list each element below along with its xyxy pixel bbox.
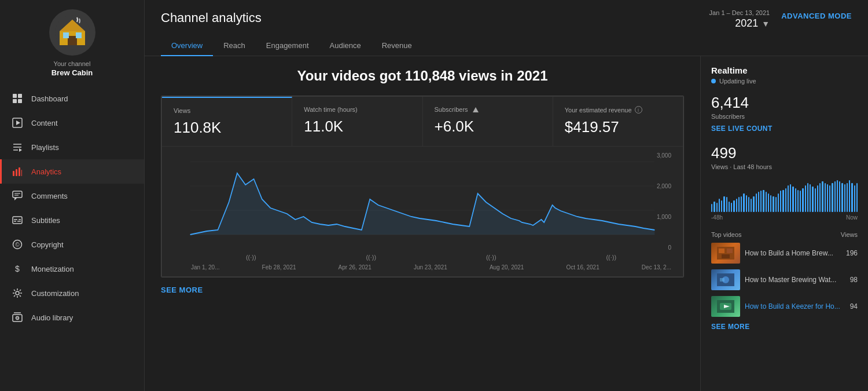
svg-rect-18 bbox=[19, 167, 20, 176]
content-area: Your videos got 110,848 views in 2021 Vi… bbox=[145, 56, 868, 391]
mini-bar-32 bbox=[790, 184, 791, 212]
mini-bar-51 bbox=[837, 180, 838, 212]
y-label-2000: 2,000 bbox=[657, 183, 671, 189]
subtitles-icon bbox=[12, 214, 23, 226]
y-label-1000: 1,000 bbox=[657, 214, 671, 220]
mini-bar-21 bbox=[763, 190, 764, 213]
top-video-item-2[interactable]: How to Master Brewing Wat... 98 bbox=[711, 269, 858, 290]
mini-bar-59 bbox=[856, 183, 858, 212]
realtime-see-more-button[interactable]: SEE MORE bbox=[711, 323, 858, 331]
metric-card-watchtime[interactable]: Watch time (hours) 11.0K bbox=[292, 97, 422, 146]
advanced-mode-button[interactable]: ADVANCED MODE bbox=[781, 12, 852, 20]
sidebar-item-analytics[interactable]: Analytics bbox=[0, 159, 144, 184]
mini-bar-42 bbox=[815, 188, 816, 212]
audio-library-icon bbox=[12, 312, 23, 323]
analytics-headline: Your videos got 110,848 views in 2021 bbox=[161, 68, 684, 84]
sidebar-item-subtitles[interactable]: Subtitles bbox=[0, 208, 144, 232]
svg-rect-52 bbox=[727, 249, 733, 253]
metric-label-watchtime: Watch time (hours) bbox=[304, 106, 410, 113]
chart-x-icons: ((·)) ((·)) ((·)) ((·)) bbox=[174, 254, 671, 261]
mini-bar-48 bbox=[829, 185, 830, 212]
x-label-5: Aug 20, 2021 bbox=[490, 264, 524, 271]
top-video-item-1[interactable]: How to Build a Home Brew... 196 bbox=[711, 243, 858, 264]
analytics-main: Your videos got 110,848 views in 2021 Vi… bbox=[145, 56, 700, 391]
x-label-7: Dec 13, 2... bbox=[642, 264, 671, 271]
mini-bar-27 bbox=[778, 193, 779, 212]
sidebar-item-playlists[interactable]: Playlists bbox=[0, 135, 144, 159]
svg-line-38 bbox=[20, 295, 21, 297]
mini-bar-43 bbox=[817, 185, 818, 212]
analytics-icon bbox=[12, 166, 23, 177]
svg-rect-17 bbox=[16, 169, 17, 176]
sidebar-item-comments[interactable]: Comments bbox=[0, 184, 144, 208]
metric-value-revenue: $419.57 bbox=[565, 118, 671, 136]
svg-rect-6 bbox=[13, 94, 17, 98]
video-title-1: How to Build a Home Brew... bbox=[745, 249, 839, 257]
chart-time-labels: -48h Now bbox=[711, 214, 858, 221]
monetization-label: Monetization bbox=[31, 265, 74, 273]
chart-x-labels: Jan 1, 20... Feb 28, 2021 Apr 26, 2021 J… bbox=[174, 261, 671, 271]
svg-point-32 bbox=[16, 291, 19, 295]
mini-bar-19 bbox=[758, 192, 759, 212]
metric-label-revenue: Your estimated revenue i bbox=[565, 106, 671, 114]
mini-bar-41 bbox=[812, 187, 813, 212]
video-views-3: 94 bbox=[850, 302, 858, 310]
see-live-count-button[interactable]: SEE LIVE COUNT bbox=[711, 125, 858, 133]
sidebar-item-copyright[interactable]: © Copyright bbox=[0, 232, 144, 257]
page-header: Channel analytics Jan 1 – Dec 13, 2021 2… bbox=[145, 0, 868, 30]
video-views-1: 196 bbox=[846, 249, 858, 257]
mini-bar-9 bbox=[733, 200, 734, 212]
mini-bar-56 bbox=[849, 180, 850, 212]
svg-rect-51 bbox=[719, 249, 724, 253]
sidebar-item-customization[interactable]: Customization bbox=[0, 281, 144, 305]
mini-bar-47 bbox=[827, 184, 828, 212]
x-label-4: Jun 23, 2021 bbox=[414, 264, 447, 271]
x-label-6: Oct 16, 2021 bbox=[566, 264, 599, 271]
tab-reach[interactable]: Reach bbox=[213, 35, 256, 56]
updating-live-label: Updating live bbox=[719, 78, 756, 85]
customization-label: Customization bbox=[31, 289, 79, 298]
date-range-dropdown-icon[interactable]: ▼ bbox=[762, 19, 770, 28]
views-col-label: Views bbox=[841, 231, 858, 238]
sidebar-item-dashboard[interactable]: Dashboard bbox=[0, 86, 144, 111]
mini-bar-26 bbox=[775, 197, 777, 212]
sidebar-nav: Dashboard Content Playlists bbox=[0, 86, 144, 330]
dashboard-icon bbox=[12, 93, 23, 104]
realtime-views-label: Views · Last 48 hours bbox=[711, 163, 858, 170]
tab-overview[interactable]: Overview bbox=[161, 35, 213, 56]
analytics-label: Analytics bbox=[31, 167, 61, 176]
metric-card-views[interactable]: Views 110.8K bbox=[162, 97, 292, 146]
svg-marker-11 bbox=[16, 120, 20, 125]
tab-revenue[interactable]: Revenue bbox=[372, 35, 422, 56]
mini-bar-29 bbox=[782, 190, 784, 213]
playlists-label: Playlists bbox=[31, 143, 59, 152]
sidebar-item-content[interactable]: Content bbox=[0, 111, 144, 135]
svg-rect-19 bbox=[21, 170, 22, 176]
chart-y-labels: 3,000 2,000 1,000 0 bbox=[657, 152, 671, 251]
metric-cards: Views 110.8K Watch time (hours) 11.0K bbox=[161, 96, 683, 147]
comments-label: Comments bbox=[31, 192, 68, 200]
video-title-2: How to Master Brewing Wat... bbox=[745, 276, 843, 284]
mini-bar-23 bbox=[768, 193, 769, 212]
mini-bar-46 bbox=[825, 183, 826, 212]
metric-card-subscribers[interactable]: Subscribers +6.0K bbox=[423, 97, 553, 146]
customization-icon bbox=[12, 287, 23, 299]
metric-label-subscribers: Subscribers bbox=[435, 106, 541, 113]
svg-rect-5 bbox=[76, 32, 82, 38]
playlists-icon bbox=[12, 141, 23, 153]
realtime-bar-chart bbox=[711, 177, 858, 212]
updating-live-status: Updating live bbox=[711, 78, 858, 85]
tab-audience[interactable]: Audience bbox=[319, 35, 372, 56]
metric-card-revenue[interactable]: Your estimated revenue i $419.57 bbox=[553, 97, 683, 146]
see-more-button[interactable]: SEE MORE bbox=[161, 286, 203, 294]
mini-bar-31 bbox=[788, 185, 789, 212]
tab-engagement[interactable]: Engagement bbox=[256, 35, 319, 56]
top-video-item-3[interactable]: How to Build a Keezer for Ho... 94 bbox=[711, 296, 858, 317]
audio-library-label: Audio library bbox=[31, 313, 73, 322]
video-title-3[interactable]: How to Build a Keezer for Ho... bbox=[745, 302, 843, 310]
sidebar-item-monetization[interactable]: $ Monetization bbox=[0, 257, 144, 281]
channel-avatar bbox=[49, 9, 95, 56]
sidebar-item-audio-library[interactable]: Audio library bbox=[0, 305, 144, 330]
mini-bar-18 bbox=[756, 193, 757, 212]
mini-bar-17 bbox=[753, 196, 754, 213]
